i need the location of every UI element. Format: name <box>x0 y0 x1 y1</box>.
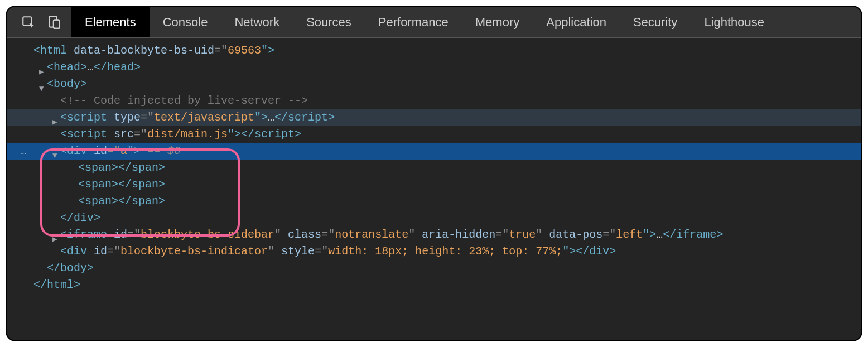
toolbar-icons <box>7 7 71 37</box>
devtools-toolbar: Elements Console Network Sources Perform… <box>7 7 861 38</box>
devtools-window: Elements Console Network Sources Perform… <box>6 6 862 341</box>
dom-node-div-a-selected[interactable]: …▼<div id="a"> == $0 <box>7 143 861 160</box>
tab-sources[interactable]: Sources <box>293 7 365 37</box>
dom-node-span[interactable]: <span></span> <box>7 176 861 193</box>
tab-console[interactable]: Console <box>150 7 221 37</box>
svg-rect-2 <box>54 20 60 28</box>
tab-performance[interactable]: Performance <box>365 7 462 37</box>
dom-node-html[interactable]: <html data-blockbyte-bs-uid="69563"> <box>7 42 861 59</box>
tab-lighthouse[interactable]: Lighthouse <box>691 7 778 37</box>
dom-node-div-indicator[interactable]: <div id="blockbyte-bs-indicator" style="… <box>7 243 861 260</box>
tab-security[interactable]: Security <box>620 7 691 37</box>
dom-node-body-close[interactable]: </body> <box>7 260 861 277</box>
selection-indicator-icon: … <box>20 143 27 160</box>
tab-memory[interactable]: Memory <box>462 7 533 37</box>
dom-node-iframe[interactable]: ▶<iframe id="blockbyte-bs-sidebar" class… <box>7 226 861 243</box>
dom-tree[interactable]: <html data-blockbyte-bs-uid="69563"> ▶<h… <box>7 38 861 293</box>
dom-node-body[interactable]: ▼<body> <box>7 76 861 93</box>
dom-node-head[interactable]: ▶<head>…</head> <box>7 59 861 76</box>
device-toggle-icon[interactable] <box>47 15 61 30</box>
dom-node-script-src[interactable]: <script src="dist/main.js"></script> <box>7 126 861 143</box>
dom-node-span[interactable]: <span></span> <box>7 160 861 176</box>
tab-application[interactable]: Application <box>533 7 620 37</box>
dom-node-html-close[interactable]: </html> <box>7 277 861 293</box>
dom-node-span[interactable]: <span></span> <box>7 193 861 210</box>
tab-network[interactable]: Network <box>221 7 293 37</box>
tab-elements[interactable]: Elements <box>71 7 150 37</box>
dom-node-div-a-close[interactable]: </div> <box>7 210 861 226</box>
dom-node-script-inline[interactable]: ▶<script type="text/javascript">…</scrip… <box>7 109 861 126</box>
dom-node-comment[interactable]: <!-- Code injected by live-server --> <box>7 93 861 109</box>
inspect-icon[interactable] <box>21 15 36 30</box>
